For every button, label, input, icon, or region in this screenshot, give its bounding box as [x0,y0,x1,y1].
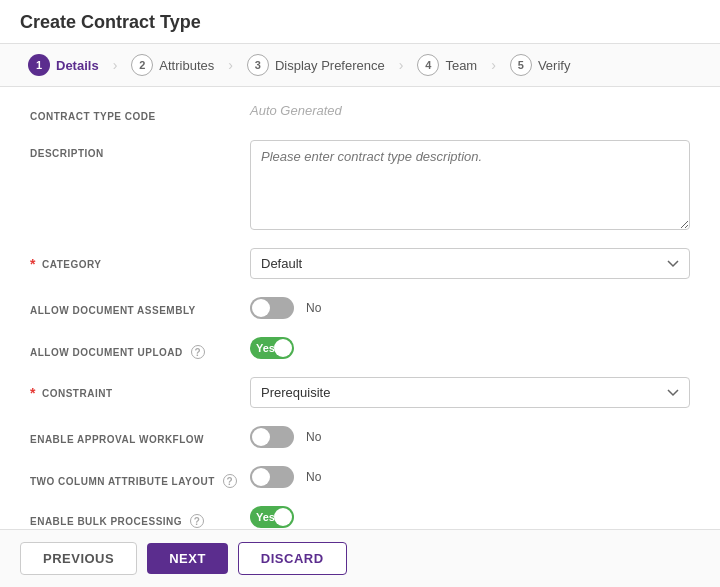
value-category[interactable]: Default Standard Custom [250,248,690,279]
page-title: Create Contract Type [20,12,700,33]
toggle-switch-approval[interactable] [250,426,294,448]
step-divider-1: › [113,57,118,73]
step-team[interactable]: 4 Team [409,54,485,76]
step-number-5: 5 [510,54,532,76]
toggle-switch-two-column[interactable] [250,466,294,488]
step-display-preference[interactable]: 3 Display Preference [239,54,393,76]
value-allow-document-assembly: No [250,297,690,319]
toggle-switch-bulk[interactable]: Yes [250,506,294,528]
toggle-on-text-bulk: Yes [256,511,275,523]
label-contract-type-code: CONTRACT TYPE CODE [30,103,250,122]
form-row-description: DESCRIPTION [30,140,690,230]
label-description: DESCRIPTION [30,140,250,159]
step-label-details: Details [56,58,99,73]
label-allow-document-upload: ALLOW DOCUMENT UPLOAD ? [30,337,250,359]
step-number-2: 2 [131,54,153,76]
category-select[interactable]: Default Standard Custom [250,248,690,279]
toggle-off-label-approval: No [306,430,321,444]
step-divider-4: › [491,57,496,73]
toggle-knob-assembly [252,299,270,317]
label-constraint: * CONSTRAINT [30,377,250,401]
next-button[interactable]: NEXT [147,543,228,574]
step-divider-3: › [399,57,404,73]
toggle-switch-assembly[interactable] [250,297,294,319]
step-attributes[interactable]: 2 Attributes [123,54,222,76]
value-description[interactable] [250,140,690,230]
step-verify[interactable]: 5 Verify [502,54,579,76]
footer: PREVIOUS NEXT DISCARD [0,529,720,587]
toggle-two-column[interactable]: No [250,466,321,488]
form-row-contract-type-code: CONTRACT TYPE CODE Auto Generated [30,103,690,122]
toggle-knob-bulk [274,508,292,526]
step-label-display-preference: Display Preference [275,58,385,73]
label-category: * CATEGORY [30,248,250,272]
previous-button[interactable]: PREVIOUS [20,542,137,575]
toggle-knob-two-column [252,468,270,486]
page-header: Create Contract Type [0,0,720,43]
toggle-knob-upload [274,339,292,357]
value-contract-type-code: Auto Generated [250,103,690,118]
value-enable-bulk-processing: Yes [250,506,690,528]
help-icon-two-column[interactable]: ? [223,474,237,488]
form-row-allow-document-assembly: ALLOW DOCUMENT ASSEMBLY No [30,297,690,319]
toggle-off-label-two-column: No [306,470,321,484]
step-details[interactable]: 1 Details [20,54,107,76]
toggle-switch-upload[interactable]: Yes [250,337,294,359]
auto-generated-text: Auto Generated [250,103,342,118]
label-two-column: TWO COLUMN ATTRIBUTE LAYOUT ? [30,466,250,488]
step-number-3: 3 [247,54,269,76]
form-row-two-column: TWO COLUMN ATTRIBUTE LAYOUT ? No [30,466,690,488]
description-textarea[interactable] [250,140,690,230]
toggle-enable-bulk-processing[interactable]: Yes [250,506,294,528]
form-row-constraint: * CONSTRAINT Prerequisite None Sequentia… [30,377,690,408]
value-constraint[interactable]: Prerequisite None Sequential [250,377,690,408]
help-icon-upload[interactable]: ? [191,345,205,359]
form-row-category: * CATEGORY Default Standard Custom [30,248,690,279]
step-label-verify: Verify [538,58,571,73]
form-row-allow-document-upload: ALLOW DOCUMENT UPLOAD ? Yes [30,337,690,359]
toggle-allow-document-assembly[interactable]: No [250,297,321,319]
main-content: CONTRACT TYPE CODE Auto Generated DESCRI… [0,87,720,529]
toggle-enable-approval-workflow[interactable]: No [250,426,321,448]
discard-button[interactable]: DISCARD [238,542,347,575]
stepper: 1 Details › 2 Attributes › 3 Display Pre… [0,43,720,87]
step-divider-2: › [228,57,233,73]
label-allow-document-assembly: ALLOW DOCUMENT ASSEMBLY [30,297,250,316]
form-row-enable-approval-workflow: ENABLE APPROVAL WORKFLOW No [30,426,690,448]
required-star-constraint: * [30,385,36,401]
step-number-4: 4 [417,54,439,76]
step-label-team: Team [445,58,477,73]
value-enable-approval-workflow: No [250,426,690,448]
toggle-on-text-upload: Yes [256,342,275,354]
constraint-select[interactable]: Prerequisite None Sequential [250,377,690,408]
toggle-allow-document-upload[interactable]: Yes [250,337,294,359]
step-number-1: 1 [28,54,50,76]
value-allow-document-upload: Yes [250,337,690,359]
value-two-column: No [250,466,690,488]
required-star-category: * [30,256,36,272]
label-enable-bulk-processing: ENABLE BULK PROCESSING ? [30,506,250,528]
form-row-enable-bulk-processing: ENABLE BULK PROCESSING ? Yes [30,506,690,528]
help-icon-bulk-processing[interactable]: ? [190,514,204,528]
toggle-knob-approval [252,428,270,446]
label-enable-approval-workflow: ENABLE APPROVAL WORKFLOW [30,426,250,445]
toggle-off-label-assembly: No [306,301,321,315]
step-label-attributes: Attributes [159,58,214,73]
